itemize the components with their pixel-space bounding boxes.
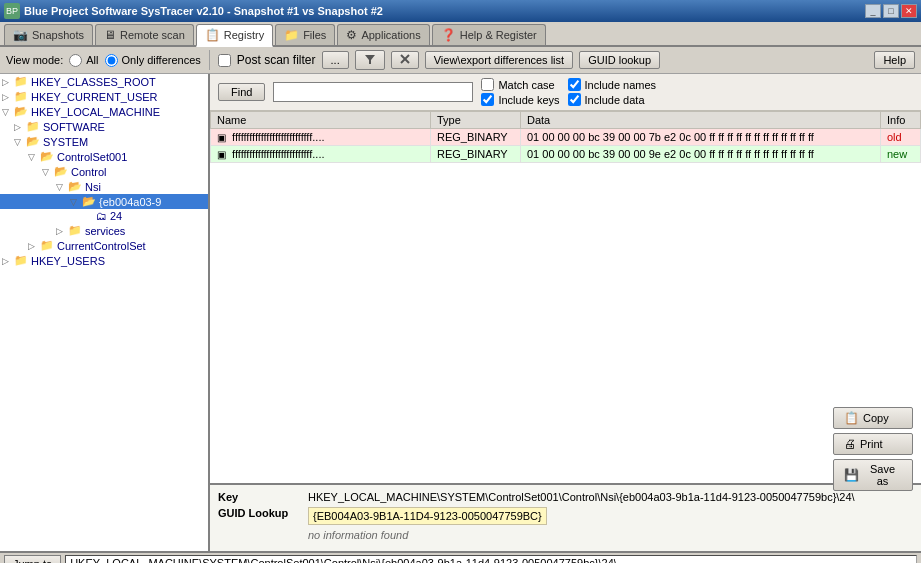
window-controls[interactable]: _ □ ✕ [865, 4, 917, 18]
filter-icon [364, 53, 376, 65]
tree-item-local-machine[interactable]: ▽ 📂 HKEY_LOCAL_MACHINE [0, 104, 208, 119]
key-label: Key [218, 491, 308, 503]
main-area: ▷ 📁 HKEY_CLASSES_ROOT ▷ 📁 HKEY_CURRENT_U… [0, 74, 921, 551]
radio-diffs[interactable]: Only differences [105, 54, 201, 67]
cell-data: 01 00 00 00 bc 39 00 00 9e e2 0c 00 ff f… [521, 146, 881, 163]
find-button[interactable]: Find [218, 83, 265, 101]
guid-lookup-button[interactable]: GUID lookup [579, 51, 660, 69]
tree-item-controlset001[interactable]: ▽ 📂 ControlSet001 [0, 149, 208, 164]
cell-name: ▣ ffffffffffffffffffffffffffff.... [211, 146, 431, 163]
minimize-button[interactable]: _ [865, 4, 881, 18]
find-input[interactable] [273, 82, 473, 102]
no-info-row: no information found [218, 529, 913, 541]
post-scan-dots-button[interactable]: ... [322, 51, 349, 69]
filter-button[interactable] [355, 50, 385, 70]
tree-item-currentcontrolset[interactable]: ▷ 📁 CurrentControlSet [0, 238, 208, 253]
include-data-option[interactable]: Include data [568, 93, 657, 106]
tree-item-eb004a03[interactable]: ▽ 📂 {eb004a03-9 [0, 194, 208, 209]
remote-tab-icon: 🖥 [104, 28, 116, 42]
copy-icon: 📋 [844, 411, 859, 425]
folder-open-icon: 📂 [26, 135, 40, 148]
tree-item-current-user[interactable]: ▷ 📁 HKEY_CURRENT_USER [0, 89, 208, 104]
toggle-icon: ▷ [2, 77, 14, 87]
tree-item-nsi[interactable]: ▽ 📂 Nsi [0, 179, 208, 194]
key-row: Key HKEY_LOCAL_MACHINE\SYSTEM\ControlSet… [218, 491, 913, 503]
guid-row: GUID Lookup {EB004A03-9B1A-11D4-9123-005… [218, 507, 913, 525]
tab-help[interactable]: ❓ Help & Register [432, 24, 546, 45]
app-icon: BP [4, 3, 20, 19]
folder-open-icon: 📂 [82, 195, 96, 208]
tab-remote[interactable]: 🖥 Remote scan [95, 24, 194, 45]
registry-table-container[interactable]: Name Type Data Info ▣ ffffffffffffffffff… [210, 111, 921, 483]
tree-item-software[interactable]: ▷ 📁 SOFTWARE [0, 119, 208, 134]
include-names-checkbox[interactable] [568, 78, 581, 91]
tab-applications[interactable]: ⚙ Applications [337, 24, 429, 45]
table-row[interactable]: ▣ ffffffffffffffffffffffffffff.... REG_B… [211, 129, 921, 146]
col-data: Data [521, 112, 881, 129]
tree-item-24[interactable]: 🗂 24 [0, 209, 208, 223]
print-button[interactable]: 🖨 Print [833, 433, 913, 455]
toggle-icon: ▽ [28, 152, 40, 162]
radio-all[interactable]: All [69, 54, 98, 67]
clear-icon [400, 54, 410, 64]
radio-all-label: All [86, 54, 98, 66]
include-keys-checkbox[interactable] [481, 93, 494, 106]
status-path: HKEY_LOCAL_MACHINE\SYSTEM\ControlSet001\… [65, 555, 917, 563]
tab-registry[interactable]: 📋 Registry [196, 24, 273, 47]
window-title: Blue Project Software SysTracer v2.10 - … [24, 5, 383, 17]
clear-filter-button[interactable] [391, 51, 419, 69]
tree-item-control[interactable]: ▽ 📂 Control [0, 164, 208, 179]
include-data-checkbox[interactable] [568, 93, 581, 106]
col-info: Info [881, 112, 921, 129]
folder-icon: 📁 [68, 224, 82, 237]
radio-all-input[interactable] [69, 54, 82, 67]
match-case-option[interactable]: Match case [481, 78, 559, 91]
guid-lookup-label: GUID Lookup [218, 507, 308, 519]
tree-item-hkey-users[interactable]: ▷ 📁 HKEY_USERS [0, 253, 208, 268]
find-bar: Find Match case Include keys Include nam… [210, 74, 921, 111]
toggle-icon: ▽ [56, 182, 68, 192]
view-export-button[interactable]: View\export differences list [425, 51, 573, 69]
save-icon: 💾 [844, 468, 859, 482]
view-mode-label: View mode: [6, 54, 63, 66]
tab-snapshots-label: Snapshots [32, 29, 84, 41]
applications-tab-icon: ⚙ [346, 28, 357, 42]
tree-item-classes-root[interactable]: ▷ 📁 HKEY_CLASSES_ROOT [0, 74, 208, 89]
jump-to-button[interactable]: Jump to [4, 555, 61, 563]
folder-icon: 📁 [14, 90, 28, 103]
table-row[interactable]: ▣ ffffffffffffffffffffffffffff.... REG_B… [211, 146, 921, 163]
match-case-checkbox[interactable] [481, 78, 494, 91]
include-names-option[interactable]: Include names [568, 78, 657, 91]
cell-info: old [881, 129, 921, 146]
folder-open-icon: 📂 [40, 150, 54, 163]
registry-table: Name Type Data Info ▣ ffffffffffffffffff… [210, 111, 921, 163]
svg-marker-0 [365, 55, 375, 64]
include-keys-label: Include keys [498, 94, 559, 106]
tree-item-system[interactable]: ▽ 📂 SYSTEM [0, 134, 208, 149]
tab-bar: 📷 Snapshots 🖥 Remote scan 📋 Registry 📁 F… [0, 22, 921, 47]
cell-data: 01 00 00 00 bc 39 00 00 7b e2 0c 00 ff f… [521, 129, 881, 146]
toggle-icon: ▽ [70, 197, 82, 207]
separator-1 [209, 50, 210, 70]
tree-item-services[interactable]: ▷ 📁 services [0, 223, 208, 238]
bottom-section: Key HKEY_LOCAL_MACHINE\SYSTEM\ControlSet… [210, 483, 921, 551]
include-keys-option[interactable]: Include keys [481, 93, 559, 106]
save-as-button[interactable]: 💾 Save as [833, 459, 913, 491]
include-names-label: Include names [585, 79, 657, 91]
tab-remote-label: Remote scan [120, 29, 185, 41]
tab-snapshots[interactable]: 📷 Snapshots [4, 24, 93, 45]
guid-value: {EB004A03-9B1A-11D4-9123-0050047759BC} [308, 507, 547, 525]
tab-registry-label: Registry [224, 29, 264, 41]
tab-files[interactable]: 📁 Files [275, 24, 335, 45]
copy-button[interactable]: 📋 Copy [833, 407, 913, 429]
folder-icon: 📁 [26, 120, 40, 133]
maximize-button[interactable]: □ [883, 4, 899, 18]
find-options-2: Include names Include data [568, 78, 657, 106]
print-icon: 🖨 [844, 437, 856, 451]
close-button[interactable]: ✕ [901, 4, 917, 18]
help-button[interactable]: Help [874, 51, 915, 69]
include-data-label: Include data [585, 94, 645, 106]
radio-diffs-input[interactable] [105, 54, 118, 67]
post-scan-checkbox[interactable] [218, 54, 231, 67]
registry-tree[interactable]: ▷ 📁 HKEY_CLASSES_ROOT ▷ 📁 HKEY_CURRENT_U… [0, 74, 210, 551]
